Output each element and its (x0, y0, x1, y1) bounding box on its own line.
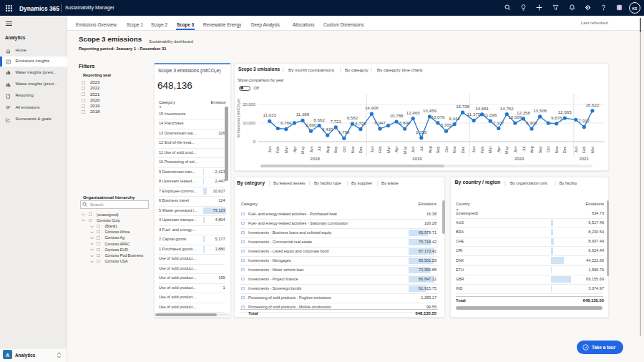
svg-text:10,076: 10,076 (431, 114, 444, 119)
svg-text:May: May (504, 146, 509, 154)
svg-text:Sep: Sep (436, 147, 440, 154)
svg-text:2020: 2020 (514, 157, 525, 161)
svg-text:Jul: Jul (522, 147, 526, 152)
svg-text:7,721: 7,721 (330, 119, 341, 124)
svg-text:11,389: 11,389 (296, 112, 310, 117)
svg-text:Aug: Aug (326, 147, 330, 154)
svg-text:11,096: 11,096 (484, 112, 497, 117)
svg-text:11,375: 11,375 (467, 112, 481, 117)
svg-text:10,000: 10,000 (243, 121, 255, 125)
svg-text:Apr: Apr (293, 146, 297, 152)
svg-text:Apr: Apr (394, 146, 399, 152)
svg-text:May: May (403, 146, 407, 154)
svg-text:20,000: 20,000 (243, 102, 255, 107)
svg-text:Jan: Jan (472, 147, 476, 153)
svg-text:6,947: 6,947 (374, 120, 386, 125)
svg-text:Nov: Nov (555, 146, 559, 153)
svg-text:14,681: 14,681 (475, 106, 489, 111)
svg-text:Jul: Jul (317, 147, 321, 152)
svg-text:1,798: 1,798 (338, 129, 350, 134)
svg-text:Sep: Sep (333, 147, 338, 154)
svg-text:6,725: 6,725 (355, 121, 366, 126)
svg-text:13,459: 13,459 (423, 108, 436, 113)
svg-text:16,622: 16,622 (585, 102, 599, 107)
svg-text:7,107: 7,107 (493, 120, 504, 125)
svg-text:Dec: Dec (358, 146, 363, 153)
svg-text:Jun: Jun (309, 147, 313, 153)
svg-text:6,890: 6,890 (399, 120, 411, 125)
svg-text:Jan: Jan (370, 147, 374, 153)
svg-text:Jun: Jun (411, 146, 415, 152)
svg-text:Jan: Jan (268, 147, 272, 153)
svg-text:Aug: Aug (530, 147, 534, 154)
svg-text:Mar: Mar (488, 146, 492, 153)
svg-text:10,009: 10,009 (508, 114, 522, 119)
svg-text:10,788: 10,788 (390, 113, 404, 118)
svg-text:12,358: 12,358 (517, 110, 530, 115)
svg-text:15,708: 15,708 (456, 104, 469, 109)
svg-text:Jul: Jul (419, 147, 424, 152)
svg-text:Nov: Nov (351, 146, 355, 153)
svg-text:12,465: 12,465 (406, 110, 420, 115)
svg-text:Mar: Mar (590, 146, 595, 153)
svg-text:9,582: 9,582 (347, 115, 358, 120)
svg-text:14,762: 14,762 (500, 106, 514, 111)
svg-text:3,430: 3,430 (322, 127, 333, 132)
svg-text:9,442: 9,442 (449, 116, 460, 121)
svg-text:Feb: Feb (378, 147, 382, 153)
svg-text:Oct: Oct (546, 146, 550, 152)
svg-text:May: May (301, 146, 305, 154)
svg-text:Aug: Aug (428, 147, 432, 154)
svg-text:0: 0 (253, 140, 255, 144)
svg-text:Nov: Nov (452, 146, 457, 153)
svg-text:Feb: Feb (275, 147, 280, 153)
svg-text:2,050: 2,050 (416, 129, 427, 134)
svg-text:Feb: Feb (582, 147, 586, 153)
svg-text:5,690: 5,690 (306, 122, 317, 127)
svg-text:Mar: Mar (284, 146, 288, 153)
svg-text:14,906: 14,906 (365, 105, 379, 110)
svg-text:Oct: Oct (444, 146, 449, 152)
svg-text:Feb: Feb (480, 147, 484, 153)
svg-text:Mar: Mar (386, 146, 391, 153)
svg-text:Jan: Jan (574, 147, 578, 153)
svg-text:6,764: 6,764 (280, 120, 292, 125)
svg-text:8,662: 8,662 (313, 117, 325, 122)
svg-text:2019: 2019 (412, 157, 422, 161)
svg-text:9,676: 9,676 (551, 115, 562, 120)
svg-text:2021: 2021 (580, 157, 590, 161)
svg-text:5,705: 5,705 (441, 122, 452, 127)
svg-text:Apr: Apr (497, 146, 501, 152)
svg-text:6,903: 6,903 (526, 120, 537, 125)
svg-text:Dec: Dec (562, 146, 567, 153)
svg-text:2018: 2018 (311, 157, 321, 161)
svg-text:12,665: 12,665 (558, 109, 572, 114)
svg-text:13,508: 13,508 (533, 108, 547, 113)
svg-text:Sep: Sep (538, 147, 542, 154)
svg-text:Dec: Dec (461, 146, 465, 153)
svg-text:Jun: Jun (513, 147, 517, 153)
svg-text:Oct: Oct (342, 146, 346, 152)
svg-text:7,912: 7,912 (579, 118, 590, 123)
svg-text:Emissions (mtCO₂e): Emissions (mtCO₂e) (236, 99, 240, 137)
svg-text:11,033: 11,033 (263, 112, 276, 117)
